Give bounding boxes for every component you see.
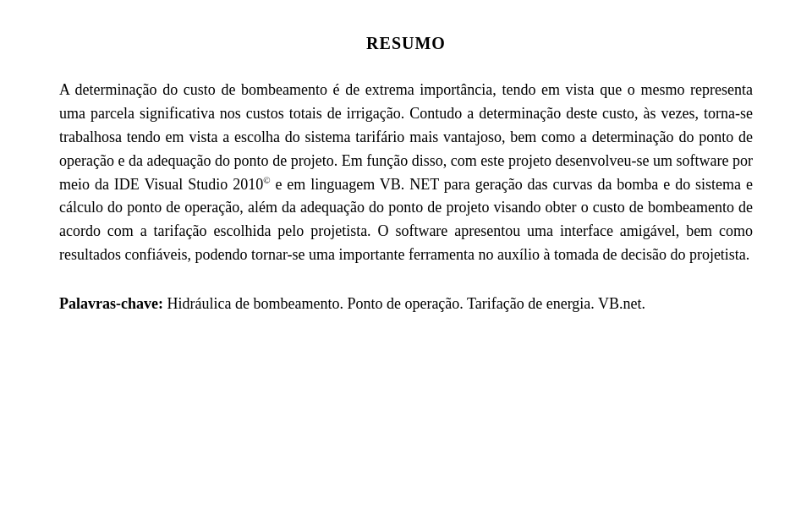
main-paragraph: A determinação do custo de bombeamento é… [59, 79, 753, 267]
keywords-section: Palavras-chave: Hidráulica de bombeament… [59, 293, 753, 316]
keywords-label: Palavras-chave: [59, 295, 163, 312]
registered-symbol: © [263, 175, 270, 185]
page-container: RESUMO A determinação do custo de bombea… [42, 0, 770, 342]
keywords-text: Hidráulica de bombeamento. Ponto de oper… [163, 295, 645, 312]
page-title: RESUMO [59, 34, 753, 53]
